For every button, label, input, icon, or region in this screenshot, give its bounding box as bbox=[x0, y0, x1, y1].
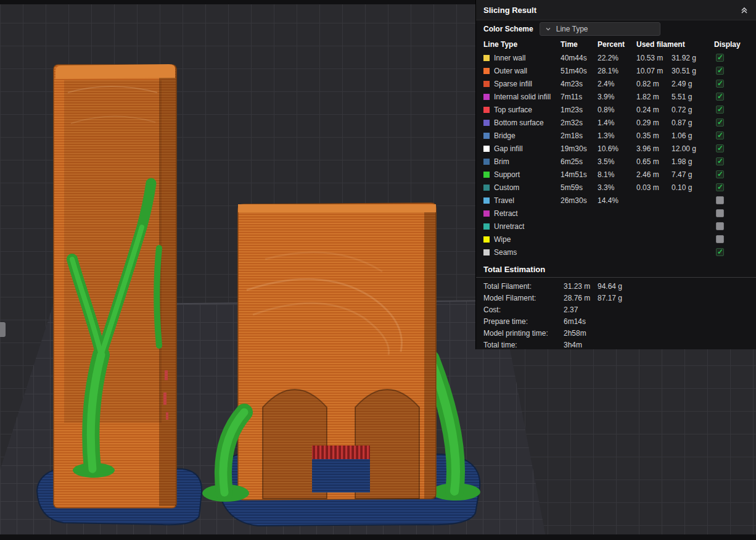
display-checkbox[interactable] bbox=[716, 54, 724, 62]
display-checkbox[interactable] bbox=[716, 235, 724, 243]
total-value-1: 2h58m bbox=[564, 329, 598, 338]
left-panel-handle[interactable] bbox=[0, 322, 6, 337]
line-type-label: Support bbox=[494, 170, 561, 179]
display-checkbox[interactable] bbox=[716, 106, 724, 114]
line-type-table-body: Inner wall 40m44s 22.2% 10.53 m 31.92 g … bbox=[476, 51, 756, 259]
table-row: Retract bbox=[476, 207, 756, 220]
table-row: Gap infill 19m30s 10.6% 3.96 m 12.00 g bbox=[476, 142, 756, 155]
line-type-swatch bbox=[483, 236, 490, 243]
row-percent: 1.4% bbox=[598, 118, 636, 127]
line-type-label: Inner wall bbox=[494, 54, 561, 62]
display-checkbox[interactable] bbox=[716, 67, 724, 75]
stand-infill-band bbox=[312, 446, 370, 459]
row-weight: 1.98 g bbox=[672, 157, 714, 166]
total-label: Total Filament: bbox=[483, 282, 564, 291]
total-value-2: 94.64 g bbox=[598, 282, 756, 291]
tower-infill-dash bbox=[166, 412, 168, 420]
row-length: 10.53 m bbox=[636, 54, 672, 62]
bottom-edge-strip bbox=[0, 534, 756, 540]
table-row: Bottom surface 2m32s 1.4% 0.29 m 0.87 g bbox=[476, 116, 756, 129]
display-checkbox[interactable] bbox=[716, 144, 724, 152]
row-time: 51m40s bbox=[561, 67, 598, 75]
display-checkbox[interactable] bbox=[716, 170, 724, 178]
row-time: 2m32s bbox=[561, 118, 598, 127]
table-row: Wipe bbox=[476, 233, 756, 246]
row-length: 1.82 m bbox=[636, 93, 672, 101]
row-percent: 3.5% bbox=[598, 157, 636, 166]
row-percent: 2.4% bbox=[598, 80, 636, 88]
total-label: Total time: bbox=[483, 341, 564, 349]
line-type-label: Bottom surface bbox=[494, 118, 561, 127]
column-time: Time bbox=[561, 40, 598, 49]
display-checkbox[interactable] bbox=[716, 80, 724, 88]
table-row: Custom 5m59s 3.3% 0.03 m 0.10 g bbox=[476, 181, 756, 194]
row-weight: 7.47 g bbox=[672, 170, 714, 179]
row-time: 2m18s bbox=[561, 131, 598, 140]
row-percent: 1.3% bbox=[598, 131, 636, 140]
display-checkbox[interactable] bbox=[716, 196, 724, 204]
line-type-swatch bbox=[483, 55, 490, 61]
display-checkbox[interactable] bbox=[716, 118, 724, 127]
display-checkbox[interactable] bbox=[716, 157, 724, 165]
line-type-swatch bbox=[483, 107, 490, 113]
line-type-label: Gap infill bbox=[494, 144, 561, 153]
table-row: Top surface 1m23s 0.8% 0.24 m 0.72 g bbox=[476, 103, 756, 116]
tower-side-face bbox=[159, 67, 176, 506]
row-weight: 0.87 g bbox=[672, 118, 714, 127]
display-checkbox[interactable] bbox=[716, 209, 724, 217]
total-label: Prepare time: bbox=[483, 317, 564, 326]
row-time: 40m44s bbox=[561, 54, 598, 62]
row-weight: 2.49 g bbox=[672, 80, 714, 88]
row-length: 0.29 m bbox=[636, 118, 672, 127]
row-length: 0.03 m bbox=[636, 183, 672, 192]
table-row: Internal solid infill 7m11s 3.9% 1.82 m … bbox=[476, 90, 756, 103]
row-length: 0.65 m bbox=[636, 157, 672, 166]
row-weight: 31.92 g bbox=[672, 54, 714, 62]
row-length: 2.46 m bbox=[636, 170, 672, 179]
display-checkbox[interactable] bbox=[716, 93, 724, 101]
row-time: 19m30s bbox=[561, 144, 598, 153]
collapse-panel-icon[interactable] bbox=[740, 6, 749, 14]
table-row: Travel 26m30s 14.4% bbox=[476, 194, 756, 207]
total-value-1: 28.76 m bbox=[564, 294, 598, 302]
tower-inner-panel bbox=[64, 80, 162, 423]
row-length: 0.82 m bbox=[636, 80, 672, 88]
line-type-label: Unretract bbox=[494, 222, 561, 231]
row-weight: 1.06 g bbox=[672, 131, 714, 140]
row-time: 6m25s bbox=[561, 157, 598, 166]
table-row: Outer wall 51m40s 28.1% 10.07 m 30.51 g bbox=[476, 64, 756, 77]
estimation-row: Prepare time: 6m14s bbox=[476, 315, 756, 327]
chevron-down-icon bbox=[545, 26, 551, 32]
line-type-swatch bbox=[483, 249, 490, 255]
column-used-filament: Used filament bbox=[636, 40, 714, 49]
color-scheme-value: Line Type bbox=[556, 25, 588, 33]
table-row: Inner wall 40m44s 22.2% 10.53 m 31.92 g bbox=[476, 51, 756, 64]
display-checkbox[interactable] bbox=[716, 248, 724, 256]
table-row: Seams bbox=[476, 246, 756, 259]
column-display: Display bbox=[714, 40, 756, 49]
row-percent: 0.8% bbox=[598, 106, 636, 114]
line-type-label: Custom bbox=[494, 183, 561, 192]
display-checkbox[interactable] bbox=[716, 183, 724, 191]
line-type-swatch bbox=[483, 133, 490, 139]
top-edge-strip bbox=[0, 0, 475, 4]
estimation-row: Cost: 2.37 bbox=[476, 304, 756, 315]
row-time: 5m59s bbox=[561, 183, 598, 192]
row-percent: 3.9% bbox=[598, 93, 636, 101]
display-checkbox[interactable] bbox=[716, 222, 724, 230]
display-checkbox[interactable] bbox=[716, 131, 724, 139]
color-scheme-label: Color Scheme bbox=[483, 25, 533, 33]
line-type-label: Top surface bbox=[494, 106, 561, 114]
row-time: 14m51s bbox=[561, 170, 598, 179]
color-scheme-dropdown[interactable]: Line Type bbox=[540, 22, 660, 36]
total-label: Cost: bbox=[483, 305, 564, 314]
row-percent: 14.4% bbox=[598, 196, 636, 205]
panel-title: Slicing Result bbox=[483, 6, 536, 15]
total-label: Model Filament: bbox=[483, 294, 564, 302]
line-type-swatch bbox=[483, 120, 490, 126]
row-weight: 0.72 g bbox=[672, 106, 714, 114]
line-type-label: Seams bbox=[494, 248, 561, 257]
divider bbox=[476, 277, 756, 278]
line-type-label: Outer wall bbox=[494, 67, 561, 75]
total-label: Model printing time: bbox=[483, 329, 564, 338]
